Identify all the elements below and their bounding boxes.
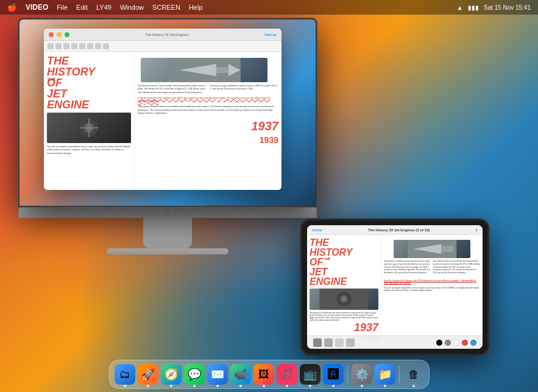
toolbar-btn-7[interactable] [95,43,101,49]
ipad-title-engine: ENGINE [310,277,378,287]
app-name[interactable]: VIDEO [26,3,48,12]
svg-point-12 [342,298,345,300]
window-titlebar: The History Of Jet Engines Sidecar [44,29,281,41]
dock-trash[interactable]: 🗑 [403,364,424,385]
menu-file[interactable]: File [57,4,68,11]
dock-messages[interactable]: 💬 [184,364,205,385]
dock-launchpad[interactable]: 🚀 [138,364,158,385]
ipad-body-right: Jet propulsion is defined as any forward… [384,260,480,278]
ipad-underlined-text: It was the invention of the turbofan in … [384,279,480,285]
doc-main-title: THE HISTORY OF The JET ENGINE [47,55,131,110]
title-the: THE [47,55,131,66]
dock-separator [347,365,348,383]
ipad-body-left: Jet propulsion is defined as any forward… [310,312,378,321]
minimize-button[interactable] [57,32,62,37]
apple-menu[interactable]: 🍎 [7,3,17,12]
ipad-nav-title: The History Of Jet Engines (3 of 10) [368,228,430,232]
toolbar-btn-4[interactable] [71,43,77,49]
year-stamp-2: 1939 [138,135,278,147]
dock-music[interactable]: 🎵 [277,364,297,385]
title-jet: JET [47,88,131,99]
menu-edit[interactable]: Edit [76,4,88,11]
eraser-tool[interactable] [335,338,344,347]
doc-plane-image [141,58,267,82]
toolbar-btn-1[interactable] [48,43,54,49]
ipad-right-column: Jet propulsion is defined as any forward… [381,235,483,337]
ipad-plane-image [394,240,470,258]
lasso-tool[interactable] [346,338,355,347]
ipad-year: 1937 [310,321,378,334]
ipad-left-column: THE HISTORY OF The JET ENGINE [307,235,381,337]
ipad-share-button[interactable]: ⬆ [475,228,478,232]
dock-safari[interactable]: 🧭 [161,364,182,385]
color-blue[interactable] [470,340,476,346]
color-gray[interactable] [445,340,451,346]
ipad-screen[interactable]: Sidebar The History Of Jet Engines (3 of… [307,225,483,349]
ipad: Sidebar The History Of Jet Engines (3 of… [300,219,489,355]
ipad-title-history: HISTORY [310,248,378,257]
ipad-body-bottom: Two men are largely responsible for the … [384,287,480,292]
menu-window[interactable]: Window [120,4,144,11]
toolbar-btn-2[interactable] [55,43,62,49]
menu-help[interactable]: Help [189,4,203,11]
ipad-body: Sidebar The History Of Jet Engines (3 of… [300,219,489,355]
dock-system-prefs[interactable]: ⚙️ [352,364,372,385]
sidecar-label[interactable]: Sidecar [264,33,277,37]
toolbar-btn-6[interactable] [87,43,93,49]
imac-stand-neck [143,218,192,248]
imac: The History Of Jet Engines Sidecar [18,18,317,254]
dock: 🗂 🚀 🧭 💬 ✉️ 📹 🖼 🎵 📺 🅰 ⚙️ 📁 🗑 [109,360,430,389]
dock-mail[interactable]: ✉️ [207,364,228,385]
color-white[interactable] [453,340,459,346]
marker-tool[interactable] [324,338,333,347]
ipad-title-of: OF [310,257,323,267]
ipad-annotation-the: The [324,257,330,261]
dock-photos[interactable]: 🖼 [253,364,274,385]
desktop: 🍎 VIDEO File Edit LY49 Window SCREEN Hel… [0,0,538,392]
dock-tv[interactable]: 📺 [300,364,320,385]
pen-tool[interactable] [313,338,322,347]
imac-stand-base [107,248,228,254]
maximize-button[interactable] [65,32,69,37]
imac-wallpaper: The History Of Jet Engines Sidecar [19,19,316,206]
doc-right-text: Non-Ohain worked for Ernst Heinkel, and … [138,85,278,94]
dock-finder[interactable]: 🗂 [115,364,135,385]
close-button[interactable] [49,32,54,37]
window-title: The History Of Jet Engines [73,33,261,37]
doc-right-column: Non-Ohain worked for Ernst Heinkel, and … [134,52,281,190]
document-content: THE HISTORY OF The JET ENGINE [44,52,281,190]
ipad-sidebar-button[interactable]: Sidebar [312,228,322,232]
menu-screen[interactable]: SCREEN [152,4,180,11]
dock-facetime[interactable]: 📹 [230,364,251,385]
document-toolbar [44,41,281,52]
menubar-right: ▲ ▮▮▮ Sat 15 Nov 15:41 [457,4,531,11]
doc-body-bottom: High-bypass turbofans almost immediately… [138,105,278,115]
title-history: HISTORY [47,66,131,77]
ipad-main-title: THE HISTORY OF The JET ENGINE [310,238,378,287]
imac-chin: ⊙ [18,207,317,218]
ipad-titlebar: Sidebar The History Of Jet Engines (3 of… [307,225,483,235]
battery-icon: ▮▮▮ [468,4,479,11]
doc-body-right: Non-Ohain worked for Ernst Heinkel, and … [138,85,278,94]
toolbar-btn-5[interactable] [79,43,85,49]
ipad-title-jet: JET [310,267,378,277]
document-window[interactable]: The History Of Jet Engines Sidecar [44,29,281,190]
toolbar-btn-3[interactable] [63,43,69,49]
ipad-doc-content: THE HISTORY OF The JET ENGINE [307,235,483,337]
dock-separator-2 [399,365,400,383]
dock-folder[interactable]: 📁 [375,364,395,385]
datetime: Sat 15 Nov 15:41 [484,4,531,11]
toolbar-btn-8[interactable] [103,43,109,49]
drawing-tools [313,338,355,347]
wifi-icon: ▲ [457,4,463,11]
svg-rect-15 [441,246,453,252]
menu-ly49[interactable]: LY49 [96,4,111,11]
doc-underlined-text: It was the invention of the turbofan in … [138,97,278,103]
ipad-bottom-toolbar [307,335,483,349]
menubar-left: 🍎 VIDEO File Edit LY49 Window SCREEN Hel… [7,3,203,12]
doc-engine-image [47,113,131,143]
color-black[interactable] [436,340,442,346]
annotation-the: The [47,77,56,82]
dock-appstore[interactable]: 🅰 [323,364,344,385]
color-red[interactable] [462,340,468,346]
